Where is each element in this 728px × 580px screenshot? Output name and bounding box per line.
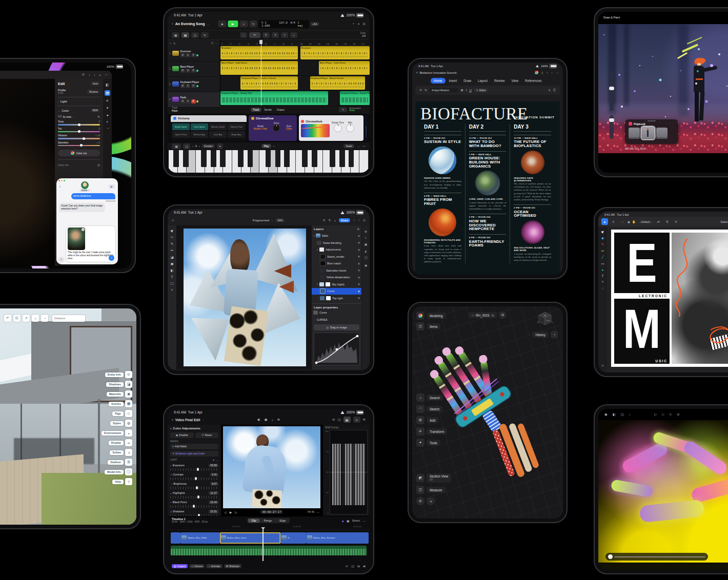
region[interactable]: Bass Player - Indie Disco [319, 61, 370, 75]
brush-size-slider[interactable] [610, 71, 614, 111]
redo-icon[interactable]: ↻ [424, 88, 427, 92]
piano-black-key[interactable] [302, 150, 308, 167]
color-section[interactable]: Color [62, 109, 69, 112]
mobile-view-icon[interactable]: ▯ [541, 71, 543, 74]
share-icon[interactable]: ↑ [551, 71, 553, 74]
layer-row[interactable]: Blue match◉ [312, 260, 361, 267]
zoom-window-icon[interactable] [64, 180, 65, 181]
track-row-bass[interactable]: 2 Bass Player M S R [168, 61, 220, 77]
viewer-zoom[interactable]: 74 % [307, 510, 314, 514]
avatar[interactable] [81, 181, 89, 189]
versions-tool-icon[interactable]: ◔ [106, 127, 108, 130]
tags-button[interactable]: Tags◇ [112, 410, 132, 417]
plugin-channeleq[interactable]: Channel EQ [366, 115, 367, 141]
comments-icon[interactable]: ◭ [365, 249, 367, 253]
minimize-window-icon[interactable] [61, 180, 63, 181]
inspect-button[interactable]: ▤Inspect [172, 564, 188, 568]
piano-black-key[interactable] [211, 150, 216, 167]
lcd-display[interactable]: 5 1 1.086 127,0 4/4 C maj [259, 20, 309, 28]
fade-tool-icon[interactable]: ∿ [281, 32, 288, 38]
flipbook-frame-selected[interactable] [641, 127, 655, 139]
mute-button[interactable]: M [180, 84, 185, 88]
track-filter-icon[interactable]: ◎ [173, 42, 175, 45]
piano-black-key[interactable] [220, 150, 226, 167]
power-icon[interactable] [173, 117, 176, 120]
brush-tool-icon[interactable]: ✏ [171, 248, 173, 253]
region[interactable]: Keyboard Player - Broken Chords [240, 76, 298, 90]
disable-button[interactable]: ◉Disable [170, 432, 194, 438]
slider-knob[interactable] [80, 144, 83, 147]
font-name-field[interactable]: Antipol Medium [430, 88, 458, 92]
pencil-tool-icon[interactable]: ✏ [601, 249, 604, 253]
undo-icon[interactable]: ↶ [4, 315, 11, 322]
piano-black-key[interactable] [183, 150, 189, 167]
more-icon[interactable]: ⋯ [619, 218, 625, 225]
preset-button[interactable]: Dark Arp [209, 131, 227, 138]
entity-info-button[interactable]: Entity Info⊙ [105, 371, 132, 378]
layer-row[interactable]: Top right◉ [312, 295, 361, 302]
modeling-menu[interactable]: Modeling [416, 312, 446, 320]
clip[interactable]: S… [280, 532, 306, 544]
document-pill[interactable]: ⌂ RH_0003 ↻ ⊖ [469, 312, 506, 319]
lasso-tool-icon[interactable]: ∿ [171, 235, 173, 239]
volume-button[interactable]: ◁Volume [189, 564, 205, 568]
skip-back-icon[interactable]: ◁ [224, 510, 227, 514]
region[interactable]: Bass Player - Indie Disco [220, 61, 298, 75]
layers-menu-icon[interactable]: ☰ [357, 227, 359, 231]
back-icon[interactable]: ‹ [172, 22, 173, 26]
document-page[interactable]: BIOFACTURE INNOVATION SUMMIT DAY 1 2 PM … [415, 101, 560, 275]
select-button[interactable]: Select [719, 220, 728, 224]
render-scrubber[interactable] [605, 553, 708, 561]
model-info-button[interactable]: Model Infoⓘ [105, 468, 132, 475]
scale-button[interactable]: Scale [343, 144, 354, 148]
bold-button[interactable]: B [461, 89, 463, 92]
eraser-tool-icon[interactable]: ◪ [170, 255, 173, 259]
slider-value[interactable]: 15.31 [209, 510, 218, 513]
crop-tool-icon[interactable]: ⌗ [171, 288, 173, 292]
wet-knob[interactable] [346, 124, 354, 132]
highlights-slider[interactable]: ◒Highlights11.27 [170, 491, 218, 499]
render-target-icon[interactable]: ◉ [604, 412, 608, 417]
canvas-artwork[interactable]: Flipbook 00:00:03.019 [598, 24, 728, 153]
flipbook-panel[interactable]: Flipbook [625, 119, 678, 144]
keyboard-mode-icon[interactable]: ▦ [172, 143, 181, 149]
glue-tool-icon[interactable]: ◒ [290, 32, 297, 38]
tab-insert[interactable]: Insert [446, 78, 460, 84]
keyframe-icon[interactable]: ✦ [213, 459, 215, 462]
cursor-tool-icon[interactable]: ▶ [600, 229, 605, 234]
track-row-keyboard[interactable]: 3 Keyboard Player M S R [168, 77, 220, 92]
presets-tool-icon[interactable]: ✛ [106, 99, 109, 103]
piano-black-key[interactable] [266, 150, 271, 167]
more-icon[interactable]: ⋯ [105, 73, 108, 77]
drag-handle-icon[interactable]: — [362, 144, 366, 148]
remove-attachment-icon[interactable]: ✕ [82, 228, 85, 231]
add-attachment-button[interactable]: + [58, 257, 64, 262]
more-icon[interactable]: ⋯ [357, 144, 360, 148]
snap-value[interactable]: 1/4 [360, 35, 366, 37]
disable-clip-icon[interactable]: ⊘ [332, 417, 335, 423]
preset-button[interactable]: Motion Pad [228, 123, 245, 130]
plugin-chromaverb[interactable]: ChromaVerb Decay Time Wet [299, 115, 363, 141]
slider-value[interactable]: 9.07 [210, 482, 218, 486]
piano-black-key[interactable] [330, 150, 335, 167]
multicam-button[interactable]: ⊞Multicam [224, 564, 241, 568]
slider-knob[interactable] [197, 495, 199, 499]
param-value[interactable]: Modern Tube [254, 128, 268, 130]
region[interactable]: Drummer [300, 46, 370, 60]
piano-black-key[interactable] [238, 150, 244, 167]
retime-icon[interactable]: ◫ [337, 417, 340, 423]
slider-value[interactable]: 45.59 [209, 464, 218, 467]
undo-icon[interactable]: ↺ [82, 73, 85, 77]
preset-button[interactable]: Minimal Arp [191, 131, 208, 138]
reset-button[interactable]: ↺Reset [195, 432, 219, 438]
enhance-button[interactable]: ✦Enhance Light and Color [170, 451, 218, 457]
key-offset-button[interactable]: +54 [310, 22, 319, 26]
tab-references[interactable]: References [522, 78, 544, 84]
layer-row[interactable]: ▾Adjustments◉ [312, 246, 361, 254]
layer-row-selected[interactable]: Curve◉ [312, 288, 361, 295]
automation-pencil-icon[interactable]: ✎ [339, 107, 347, 112]
layer-row[interactable]: ▾Edits◉ [312, 233, 361, 240]
region[interactable]: Drummer [220, 46, 298, 60]
play-surface-button[interactable]: Play [262, 144, 271, 148]
home-icon[interactable]: ⌂ [472, 314, 474, 317]
